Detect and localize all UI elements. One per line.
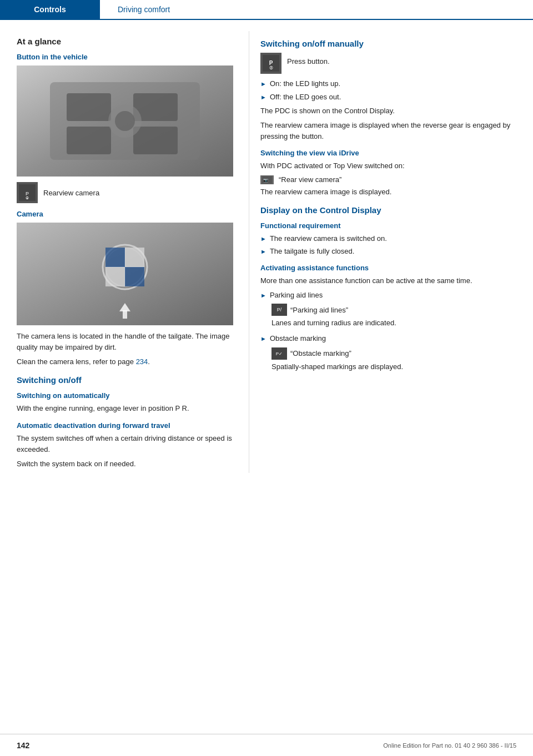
switching-on-auto-body: With the engine running, engage lever in… <box>17 403 238 414</box>
rearview-camera-icon: P ⦿ <box>17 182 38 203</box>
parking-aid-subsection: P/ “Parking aid lines” Lanes and turning… <box>271 304 522 329</box>
edition-text: Online Edition for Part no. 01 40 2 960 … <box>383 742 516 749</box>
idrive-icon-row: 📷 “Rear view camera” <box>260 175 522 184</box>
camera-body2: Clean the camera lens, refer to page 234… <box>17 356 238 367</box>
obstacle-body: Spatially-shaped markings are displayed. <box>271 361 522 372</box>
func-req-2: ► The tailgate is fully closed. <box>260 246 522 257</box>
switching-on-off-heading: Switching on/off <box>17 375 238 385</box>
tab-controls[interactable]: Controls <box>0 0 100 19</box>
func-req-2-text: The tailgate is fully closed. <box>270 246 354 257</box>
functional-req-list: ► The rearview camera is switched on. ► … <box>260 233 522 257</box>
assistance-list: ► Parking aid lines <box>260 290 522 301</box>
camera-body2-pre: Clean the camera lens, refer to page <box>17 357 136 366</box>
arrow-icon-3: ► <box>260 234 266 244</box>
svg-text:P✓: P✓ <box>276 351 283 356</box>
auto-deactivation-body2: Switch the system back on if needed. <box>17 458 238 470</box>
off-led-text: Off: the LED goes out. <box>270 92 341 103</box>
arrow-icon-6: ► <box>260 334 266 344</box>
header-tabs: Controls Driving comfort <box>0 0 533 20</box>
func-req-1: ► The rearview camera is switched on. <box>260 233 522 244</box>
svg-rect-18 <box>105 248 125 267</box>
camera-section-title: Camera <box>17 210 238 218</box>
parking-aid-body: Lanes and turning radius are indicated. <box>271 317 522 329</box>
main-content: At a glance Button in the vehicle <box>0 20 533 473</box>
arrow-icon-1: ► <box>260 79 266 89</box>
camera-image <box>17 223 233 325</box>
arrow-icon-5: ► <box>260 291 266 300</box>
vehicle-image <box>17 65 233 177</box>
camera-body1: The camera lens is located in the handle… <box>17 331 238 353</box>
svg-text:P: P <box>269 60 273 66</box>
svg-rect-20 <box>105 267 125 286</box>
svg-point-8 <box>115 111 135 131</box>
activating-body: More than one assistance function can be… <box>260 275 522 286</box>
auto-deactivation-body1: The system switches off when a certain d… <box>17 433 238 455</box>
obstacle-item: ► Obstacle marking <box>260 333 522 344</box>
rearview-camera-label: Rearview camera <box>43 189 99 197</box>
left-column: At a glance Button in the vehicle <box>0 31 249 473</box>
svg-rect-19 <box>125 248 144 267</box>
rearview-image-text: The rearview camera image is displayed w… <box>260 120 522 142</box>
off-led-item: ► Off: the LED goes out. <box>260 92 522 103</box>
parking-aid-icon: P/ <box>271 304 287 316</box>
activating-assistance-title: Activating assistance functions <box>260 264 522 272</box>
obstacle-icon-text: “Obstacle marking” <box>290 349 351 357</box>
svg-rect-3 <box>67 93 111 121</box>
obstacle-label: Obstacle marking <box>270 333 326 344</box>
svg-text:⦿: ⦿ <box>269 66 273 70</box>
obstacle-icon-row: P✓ “Obstacle marking” <box>271 347 522 360</box>
svg-text:⦿: ⦿ <box>26 196 29 200</box>
camera-body2-post: . <box>148 357 150 366</box>
switching-on-auto-title: Switching on automatically <box>17 391 238 400</box>
rear-view-icon: 📷 <box>260 175 274 184</box>
display-control-display-heading: Display on the Control Display <box>260 205 522 215</box>
camera-page-link[interactable]: 234 <box>136 357 148 366</box>
parking-aid-icon-row: P/ “Parking aid lines” <box>271 304 522 316</box>
footer: 142 Online Edition for Part no. 01 40 2 … <box>0 734 533 756</box>
arrow-icon-2: ► <box>260 93 266 102</box>
switching-manually-heading: Switching on/off manually <box>260 39 522 48</box>
auto-deactivation-title: Automatic deactivation during forward tr… <box>17 421 238 430</box>
press-button-row: P ⦿ Press button. <box>260 53 522 74</box>
svg-rect-21 <box>125 267 144 286</box>
obstacle-subsection: P✓ “Obstacle marking” Spatially-shaped m… <box>271 347 522 372</box>
press-button-label: Press button. <box>287 53 330 65</box>
on-off-list: ► On: the LED lights up. ► Off: the LED … <box>260 78 522 102</box>
pdc-control-text: The PDC is shown on the Control Display. <box>260 105 522 117</box>
obstacle-icon: P✓ <box>271 347 287 360</box>
obstacle-list: ► Obstacle marking <box>260 333 522 344</box>
functional-requirement-title: Functional requirement <box>260 221 522 230</box>
idrive-body2: The rearview camera image is displayed. <box>260 187 522 198</box>
tab-driving-label: Driving comfort <box>118 5 170 14</box>
parking-aid-label: Parking aid lines <box>270 290 323 301</box>
arrow-icon-4: ► <box>260 247 266 256</box>
idrive-icon-text: “Rear view camera” <box>279 175 341 184</box>
button-in-vehicle-title: Button in the vehicle <box>17 53 238 61</box>
switching-view-idrive-title: Switching the view via iDrive <box>260 149 522 157</box>
svg-rect-4 <box>67 127 111 154</box>
func-req-1-text: The rearview camera is switched on. <box>270 233 387 244</box>
parking-aid-item: ► Parking aid lines <box>260 290 522 301</box>
svg-text:📷: 📷 <box>263 178 269 183</box>
tab-controls-label: Controls <box>34 5 66 14</box>
svg-text:P: P <box>26 191 29 196</box>
on-led-text: On: the LED lights up. <box>270 78 340 89</box>
at-a-glance-title: At a glance <box>17 37 238 46</box>
on-led-item: ► On: the LED lights up. <box>260 78 522 89</box>
vehicle-img-inner <box>17 65 233 177</box>
page-number: 142 <box>17 741 29 750</box>
svg-rect-6 <box>133 127 178 154</box>
svg-text:P/: P/ <box>277 307 282 313</box>
right-column: Switching on/off manually P ⦿ Press butt… <box>249 31 533 473</box>
svg-rect-23 <box>123 310 127 319</box>
parking-aid-icon-text: “Parking aid lines” <box>290 306 348 314</box>
tab-driving[interactable]: Driving comfort <box>100 0 188 19</box>
rearview-camera-row: P ⦿ Rearview camera <box>17 182 238 203</box>
idrive-body1: With PDC activated or Top View switched … <box>260 160 522 172</box>
press-pdc-icon: P ⦿ <box>260 53 281 74</box>
